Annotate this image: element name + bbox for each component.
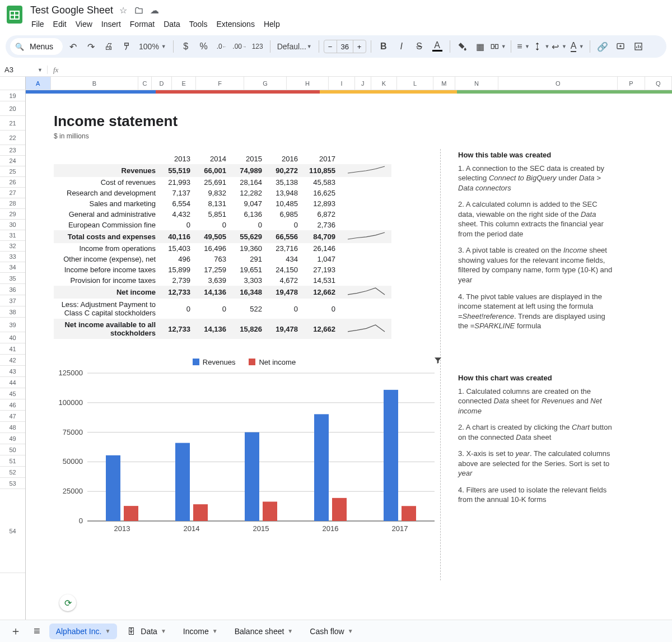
zoom-dropdown[interactable]: 100% ▼	[137, 39, 169, 54]
menu-file[interactable]: File	[27, 17, 49, 31]
insert-comment-button[interactable]	[613, 39, 628, 54]
row-header[interactable]: 27	[0, 188, 25, 198]
bold-button[interactable]: B	[376, 39, 391, 54]
refresh-button[interactable]: ⟳	[59, 594, 76, 611]
font-size-decrease[interactable]: −	[324, 43, 337, 51]
row-header[interactable]: 45	[0, 388, 25, 399]
row-header[interactable]: 19	[0, 90, 25, 101]
row-header[interactable]: 35	[0, 273, 25, 284]
name-box[interactable]: A3▼	[0, 66, 48, 74]
bar-chart[interactable]: Revenues Net income 02500050000750001000…	[48, 358, 440, 543]
sheet-tab[interactable]: Income▼	[176, 624, 225, 639]
column-header-i[interactable]: I	[329, 77, 354, 90]
menu-insert[interactable]: Insert	[97, 17, 125, 31]
column-header-j[interactable]: J	[355, 77, 371, 90]
sheets-app-icon[interactable]	[4, 4, 25, 25]
column-header-f[interactable]: F	[196, 77, 244, 90]
row-header[interactable]: 23	[0, 145, 25, 156]
move-icon[interactable]	[133, 5, 144, 16]
column-header-c[interactable]: C	[138, 77, 151, 90]
font-size-increase[interactable]: +	[353, 43, 366, 51]
row-header[interactable]: 30	[0, 220, 25, 230]
chart-filter-icon[interactable]	[433, 356, 442, 367]
increase-decimal-button[interactable]: .00→	[232, 39, 248, 54]
row-header[interactable]: 44	[0, 377, 25, 388]
row-header[interactable]: 48	[0, 422, 25, 433]
row-header[interactable]: 53	[0, 478, 25, 489]
column-header-g[interactable]: G	[244, 77, 287, 90]
column-header-b[interactable]: B	[51, 77, 139, 90]
row-header[interactable]: 31	[0, 230, 25, 241]
more-formats-button[interactable]: 123	[250, 39, 265, 54]
cloud-status-icon[interactable]: ☁	[149, 5, 160, 16]
font-size-value[interactable]: 36	[337, 40, 353, 53]
column-header-o[interactable]: O	[498, 77, 618, 90]
select-all-corner[interactable]	[0, 77, 26, 90]
menu-format[interactable]: Format	[125, 17, 159, 31]
column-header-p[interactable]: P	[618, 77, 645, 90]
document-name[interactable]: Test Google Sheet	[30, 4, 113, 16]
font-family-dropdown[interactable]: Defaul...▼	[275, 39, 314, 54]
insert-link-button[interactable]: 🔗	[595, 39, 610, 54]
decrease-decimal-button[interactable]: .0←	[214, 39, 230, 54]
row-header[interactable]: 28	[0, 198, 25, 209]
row-header[interactable]: 52	[0, 467, 25, 478]
column-header-d[interactable]: D	[152, 77, 172, 90]
column-header-q[interactable]: Q	[645, 77, 672, 90]
row-header[interactable]: 47	[0, 411, 25, 422]
insert-chart-button[interactable]	[631, 39, 646, 54]
row-header[interactable]: 46	[0, 399, 25, 411]
sheet-tab[interactable]: Balance sheet▼	[228, 624, 300, 639]
sheet-tab[interactable]: Cash flow▼	[303, 624, 360, 639]
row-header[interactable]: 39	[0, 318, 25, 332]
menu-help[interactable]: Help	[259, 17, 284, 31]
menu-tools[interactable]: Tools	[185, 17, 212, 31]
row-header[interactable]: 49	[0, 433, 25, 444]
paint-format-button[interactable]	[119, 39, 134, 54]
redo-button[interactable]: ↷	[83, 39, 99, 54]
merge-cells-button[interactable]: ▼	[491, 39, 506, 54]
row-header[interactable]: 25	[0, 166, 25, 177]
text-wrap-button[interactable]: ↩ ▼	[552, 39, 567, 54]
add-sheet-button[interactable]: ＋	[7, 621, 25, 641]
v-align-button[interactable]: ⭥ ▼	[534, 39, 549, 54]
row-header[interactable]: 32	[0, 241, 25, 252]
column-header-a[interactable]: A	[26, 77, 51, 90]
row-header[interactable]: 38	[0, 306, 25, 318]
text-rotation-button[interactable]: A ▼	[570, 39, 585, 54]
row-header[interactable]: 22	[0, 131, 25, 145]
menu-search[interactable]: 🔍 Menus	[10, 38, 63, 55]
menu-extensions[interactable]: Extensions	[212, 17, 259, 31]
row-header[interactable]: 26	[0, 177, 25, 188]
row-header[interactable]: 34	[0, 262, 25, 273]
row-header[interactable]: 24	[0, 156, 25, 166]
row-header[interactable]: 54	[0, 489, 25, 573]
strikethrough-button[interactable]: S	[412, 39, 427, 54]
row-header[interactable]: 50	[0, 444, 25, 455]
column-header-n[interactable]: N	[455, 77, 498, 90]
sheet-canvas[interactable]: Income statement $ in millions 201320142…	[26, 90, 672, 634]
row-header[interactable]: 42	[0, 355, 25, 366]
sheet-tab[interactable]: Alphabet Inc.▼	[49, 624, 118, 639]
row-header[interactable]: 29	[0, 209, 25, 220]
text-color-button[interactable]: A	[430, 39, 445, 54]
column-header-k[interactable]: K	[371, 77, 397, 90]
row-header[interactable]: 41	[0, 343, 25, 355]
menu-data[interactable]: Data	[159, 17, 185, 31]
format-percent-button[interactable]: %	[196, 39, 212, 54]
column-header-m[interactable]: M	[433, 77, 455, 90]
menu-view[interactable]: View	[71, 17, 97, 31]
row-header[interactable]: 40	[0, 332, 25, 343]
row-header[interactable]: 20	[0, 101, 25, 116]
row-header[interactable]: 37	[0, 295, 25, 306]
row-header[interactable]: 36	[0, 284, 25, 295]
row-header[interactable]: 21	[0, 116, 25, 131]
h-align-button[interactable]: ≡ ▼	[516, 39, 531, 54]
row-header[interactable]: 51	[0, 455, 25, 467]
row-header[interactable]: 43	[0, 366, 25, 377]
star-icon[interactable]: ☆	[118, 5, 129, 16]
column-header-l[interactable]: L	[397, 77, 433, 90]
italic-button[interactable]: I	[394, 39, 409, 54]
sheet-tab[interactable]: 🗄Data▼	[120, 624, 172, 639]
all-sheets-button[interactable]: ≡	[30, 622, 44, 640]
